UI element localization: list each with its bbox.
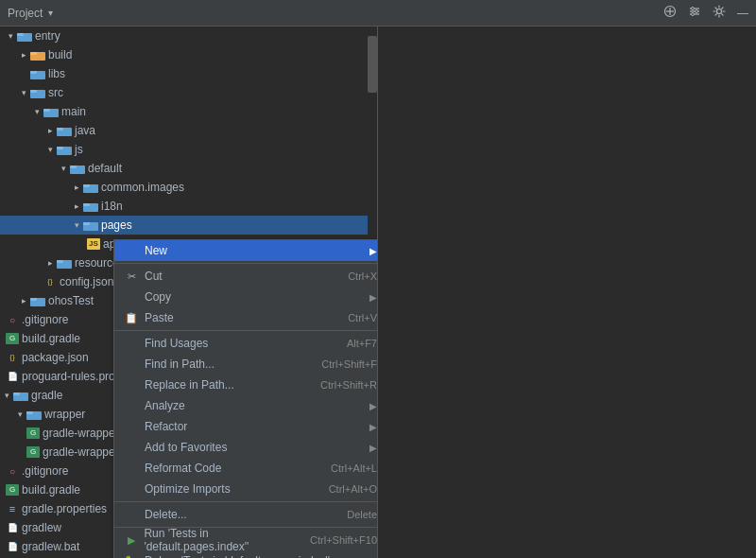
tree-label-gradlew: gradlew (22, 521, 61, 534)
ctx-copy-label: Copy (145, 290, 171, 304)
tree-label-build-gradle: build.gradle (22, 332, 80, 345)
arrow-resources: ▸ (43, 258, 57, 268)
tree-label-build-gradle2: build.gradle (22, 483, 80, 497)
svg-rect-27 (83, 184, 90, 187)
ctx-item-favorites[interactable]: Add to Favorites ▶ (114, 437, 378, 458)
close-icon[interactable]: — (737, 7, 748, 20)
project-panel: ▾ entry ▸ build (0, 26, 378, 558)
ctx-run-tests-label: Run 'Tests in 'default.pages.index'' (144, 527, 310, 553)
ctx-analyze-left: Analyze (124, 399, 185, 412)
ctx-reformat-left: Reformat Code (124, 462, 221, 475)
arrow-gradle: ▾ (0, 391, 13, 400)
arrow-ohostest: ▸ (17, 296, 30, 305)
ctx-item-analyze[interactable]: Analyze ▶ (114, 395, 378, 416)
main-layout: ▾ entry ▸ build (0, 26, 756, 558)
settings-icon[interactable] (688, 5, 701, 21)
tree-label-gitignore2: .gitignore (22, 464, 68, 478)
ctx-find-usages-label: Find Usages (145, 337, 208, 350)
tree-label-java: java (75, 124, 95, 137)
tree-item-i18n[interactable]: ▸ i18n (0, 197, 377, 216)
tree-item-entry[interactable]: ▾ entry (0, 26, 377, 45)
layout-icon[interactable] (663, 5, 677, 21)
ctx-analyze-arrow: ▶ (369, 401, 377, 411)
tree-label-ohostest: ohosTest (48, 294, 94, 307)
ctx-replace-path-left: Replace in Path... (124, 378, 234, 392)
context-menu: New ▶ ✂ Cut Ctrl+X Copy ▶ (113, 239, 378, 558)
ctx-item-reformat[interactable]: Reformat Code Ctrl+Alt+L (114, 458, 378, 479)
ctx-item-run-tests[interactable]: ▶ Run 'Tests in 'default.pages.index'' C… (114, 530, 378, 550)
arrow-i18n: ▸ (70, 201, 83, 211)
ctx-delete-label: Delete... (145, 508, 187, 521)
ctx-item-find-usages[interactable]: Find Usages Alt+F7 (114, 333, 378, 354)
arrow-common: ▸ (70, 183, 83, 192)
ctx-cut-left: ✂ Cut (124, 270, 163, 283)
tree-label-entry: entry (35, 29, 60, 43)
arrow-default: ▾ (57, 164, 70, 173)
tree-item-main[interactable]: ▾ main (0, 102, 377, 121)
ctx-item-find-path[interactable]: Find in Path... Ctrl+Shift+F (114, 354, 378, 375)
tree-label-js: js (75, 143, 83, 156)
tree-label-config-json: config.json (60, 275, 113, 288)
tree-label-build: build (48, 48, 72, 61)
ctx-item-replace-path[interactable]: Replace in Path... Ctrl+Shift+R (114, 375, 378, 395)
svg-rect-35 (30, 298, 37, 301)
tree-label-src: src (48, 86, 63, 99)
arrow-pages: ▾ (70, 220, 83, 230)
svg-rect-23 (57, 147, 63, 149)
svg-rect-31 (83, 222, 90, 225)
tree-label-package-json: package.json (22, 351, 89, 364)
tree-item-libs[interactable]: libs (0, 64, 377, 83)
svg-rect-37 (13, 392, 20, 395)
tree-item-common-images[interactable]: ▸ common.images (0, 178, 377, 197)
ctx-refactor-arrow: ▶ (369, 422, 377, 432)
ctx-debug-icon: 🐛 (124, 555, 139, 559)
ctx-item-new[interactable]: New ▶ (114, 240, 378, 261)
ctx-find-usages-shortcut: Alt+F7 (347, 338, 377, 349)
ctx-paste-shortcut: Ctrl+V (348, 312, 377, 323)
tree-label-default: default (88, 162, 122, 175)
dropdown-arrow-icon[interactable]: ▾ (48, 8, 53, 18)
ctx-item-refactor[interactable]: Refactor ▶ (114, 416, 378, 437)
ctx-item-copy[interactable]: Copy ▶ (114, 287, 378, 307)
scroll-thumb[interactable] (368, 36, 377, 93)
svg-rect-21 (57, 128, 63, 131)
title-bar-left: Project ▾ (8, 7, 53, 20)
ctx-cut-shortcut: Ctrl+X (348, 270, 377, 282)
tree-label-wrapper: wrapper (44, 408, 85, 421)
svg-rect-39 (26, 411, 33, 414)
ctx-new-left: New (124, 244, 167, 257)
tree-item-js[interactable]: ▾ js (0, 140, 377, 159)
tree-label-libs: libs (48, 67, 65, 80)
svg-point-8 (692, 13, 695, 16)
ctx-copy-arrow: ▶ (369, 292, 377, 303)
ctx-sep-1 (114, 263, 378, 264)
tree-label-pages: pages (101, 218, 132, 232)
tree-item-default[interactable]: ▾ default (0, 159, 377, 178)
ctx-reformat-label: Reformat Code (145, 462, 221, 475)
ctx-copy-left: Copy (124, 290, 171, 304)
ctx-item-delete[interactable]: Delete... Delete (114, 504, 378, 525)
ctx-delete-shortcut: Delete (347, 509, 377, 520)
svg-rect-33 (57, 260, 63, 263)
ctx-item-cut[interactable]: ✂ Cut Ctrl+X (114, 266, 378, 287)
ctx-find-path-left: Find in Path... (124, 357, 215, 371)
gear-icon[interactable] (713, 5, 726, 21)
ctx-paste-left: 📋 Paste (124, 311, 174, 324)
tree-item-pages[interactable]: ▾ pages (0, 216, 377, 235)
tree-item-build[interactable]: ▸ build (0, 45, 377, 64)
tree-item-src[interactable]: ▾ src (0, 83, 377, 102)
ctx-find-path-label: Find in Path... (145, 357, 215, 371)
arrow-src: ▾ (17, 88, 30, 97)
ctx-paste-icon: 📋 (124, 312, 139, 324)
svg-rect-11 (17, 33, 24, 36)
ctx-run-tests-shortcut: Ctrl+Shift+F10 (310, 534, 377, 546)
tree-item-java[interactable]: ▸ java (0, 121, 377, 140)
ctx-item-paste[interactable]: 📋 Paste Ctrl+V (114, 307, 378, 328)
ctx-refactor-left: Refactor (124, 420, 187, 433)
title-bar: Project ▾ — (0, 0, 756, 26)
ctx-item-optimize[interactable]: Optimize Imports Ctrl+Alt+O (114, 479, 378, 499)
tree-label-gradle: gradle (31, 389, 62, 402)
tree-label-gradle-properties: gradle.properties (22, 502, 107, 515)
tree-label-main: main (61, 105, 86, 118)
svg-point-9 (717, 9, 722, 14)
